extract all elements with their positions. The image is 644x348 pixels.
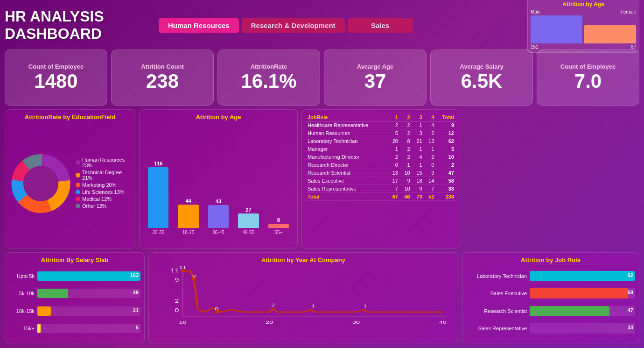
donut-chart-card: AttritionRate by EducationField (5, 109, 135, 249)
cell: 8 (400, 137, 412, 145)
role-name: Sales Executive (306, 177, 388, 185)
tab-human-resources[interactable]: Human Resources (159, 18, 239, 33)
svg-text:40: 40 (439, 320, 447, 325)
table-row: Laboratory Technician 2082113 62 (306, 137, 456, 145)
bar-value-46-55: 27 (245, 207, 251, 213)
jobrole-bar-research-sci: Research Scientist 47 (466, 306, 635, 316)
age-bars-container (531, 15, 636, 43)
cell: 2 (424, 129, 436, 137)
salary-chart-card: Attrition By Salary Slab Upto 5k 163 5k-… (5, 252, 145, 343)
tab-sales[interactable]: Sales (348, 18, 413, 33)
female-label: Female (621, 9, 636, 14)
jobrole-table: JobRole 1 2 3 4 Total Healthcare Represe… (306, 114, 456, 201)
legend-dot (76, 204, 80, 208)
legend-item: Marketing 20% (76, 182, 131, 188)
col-2: 2 (400, 114, 412, 121)
jobrole-bar-sales-rep: Sales Representative 33 (466, 323, 635, 334)
role-name: Human Resources (306, 129, 388, 137)
cell: 0 (388, 161, 400, 169)
kpi-count-employee-2: Count of Employee 7.0 (537, 50, 639, 106)
jobrole-bar-title: Attrition by Job Role (466, 256, 635, 263)
bar-rect-26-35 (148, 167, 168, 228)
salary-bar-bg-15kplus: 5 (37, 324, 140, 333)
cell: 2 (400, 145, 412, 153)
role-name: Manufacturing Director (306, 153, 388, 161)
legend-dot (76, 197, 80, 201)
svg-point-6 (24, 166, 58, 200)
donut-wrapper: Human Resources 23% Technical Degree 21%… (9, 122, 131, 244)
table-row: Sales Executive 1791814 58 (306, 177, 456, 185)
total-c4: 52 (424, 193, 436, 201)
cell-total: 58 (436, 177, 456, 185)
bar-group-55plus: 8 55+ (268, 217, 289, 235)
kpi-attrition-count-value: 238 (146, 71, 179, 92)
cell: 9 (424, 169, 436, 177)
cell-total: 62 (436, 137, 456, 145)
age-attrition-chart: Attrition by Age 116 26-35 44 18-25 43 3… (139, 109, 298, 249)
svg-text:1: 1 (363, 304, 367, 308)
role-name: Research Director (306, 161, 388, 169)
legend-dot (76, 173, 80, 178)
cell: 1 (412, 161, 424, 169)
legend-item: Life Sciences 13% (76, 189, 131, 195)
kpi-employee-count-label: Count of Employee (28, 63, 84, 71)
col-total: Total (436, 114, 456, 121)
cell-total: 9 (436, 121, 456, 129)
svg-text:0: 0 (215, 306, 218, 311)
table-row: Manager 1211 5 (306, 145, 456, 153)
tab-research-development[interactable]: Research & Development (242, 18, 345, 33)
cell: 4 (424, 121, 436, 129)
legend-dot (76, 160, 80, 165)
cell: 1 (412, 145, 424, 153)
svg-text:20: 20 (266, 320, 273, 325)
cell-total: 2 (436, 161, 456, 169)
kpi-attrition-rate: AttritionRate 16.1% (217, 50, 320, 106)
bar-age-18-25: 18-25 (182, 230, 195, 235)
cell: 15 (412, 169, 424, 177)
jobrole-bar-sales-exec: Sales Executive 58 (466, 288, 635, 298)
legend-dot (76, 183, 80, 187)
middle-charts-row: AttritionRate by EducationField (5, 109, 639, 249)
legend-item: Human Resources 23% (76, 157, 131, 168)
jobrole-bar-fill-research-sci (530, 306, 609, 316)
dashboard-title: HR ANALYSIS DASHBOARD (5, 8, 154, 43)
bar-value-18-25: 44 (185, 198, 191, 204)
jobrole-label-sales-exec: Sales Executive (466, 291, 527, 296)
svg-text:9: 9 (175, 277, 179, 283)
salary-bar-bg-10k15k: 21 (37, 306, 140, 316)
female-bar (584, 25, 636, 43)
year-chart-svg: 11 9 2 0 10 20 30 40 11 9 2 0 (153, 265, 454, 326)
salary-bar-upto5k: Upto 5k 163 (9, 271, 140, 281)
jobrole-bar-bg-sales-rep: 33 (530, 323, 635, 334)
jobrole-bar-value-research-sci: 47 (628, 307, 633, 313)
salary-label-10k15k: 10k-15k (9, 308, 35, 314)
salary-chart-title: Attrition By Salary Slab (9, 256, 140, 263)
salary-bar-fill-upto5k (37, 271, 140, 281)
bar-chart-area: 116 26-35 44 18-25 43 36-45 27 4 (143, 122, 294, 244)
jobrole-bar-fill-sales-exec (530, 288, 628, 298)
year-chart-card: Attrition by Year At Company 11 9 2 0 10… (148, 252, 458, 343)
jobrole-bar-value-sales-rep: 33 (628, 325, 633, 330)
cell: 18 (412, 177, 424, 185)
bar-rect-36-45 (208, 205, 229, 228)
age-gender-legend: Male Female (531, 9, 636, 14)
cell: 4 (412, 153, 424, 161)
jobrole-bar-bg-lab-tech: 62 (530, 271, 635, 281)
salary-label-upto5k: Upto 5k (9, 273, 35, 279)
bar-age-36-45: 36-45 (212, 230, 224, 235)
salary-label-5k10k: 5k-10k (9, 291, 35, 296)
kpi-avg-age-value: 37 (364, 71, 386, 92)
legend-item: Technical Degree 21% (76, 170, 131, 181)
bar-value-55plus: 8 (277, 217, 280, 223)
svg-text:1: 1 (311, 304, 315, 308)
jobrole-bar-value-lab-tech: 62 (628, 272, 633, 278)
cell: 2 (388, 121, 400, 129)
col-1: 1 (388, 114, 400, 121)
bar-group-26-35: 116 26-35 (148, 161, 168, 235)
bar-rect-46-55 (238, 213, 259, 228)
total-c2: 46 (400, 193, 412, 201)
salary-value-5k10k: 49 (133, 290, 139, 295)
svg-text:9: 9 (192, 274, 196, 278)
cell: 7 (388, 185, 400, 193)
kpi-attrition-count: Attrition Count 238 (111, 50, 214, 106)
